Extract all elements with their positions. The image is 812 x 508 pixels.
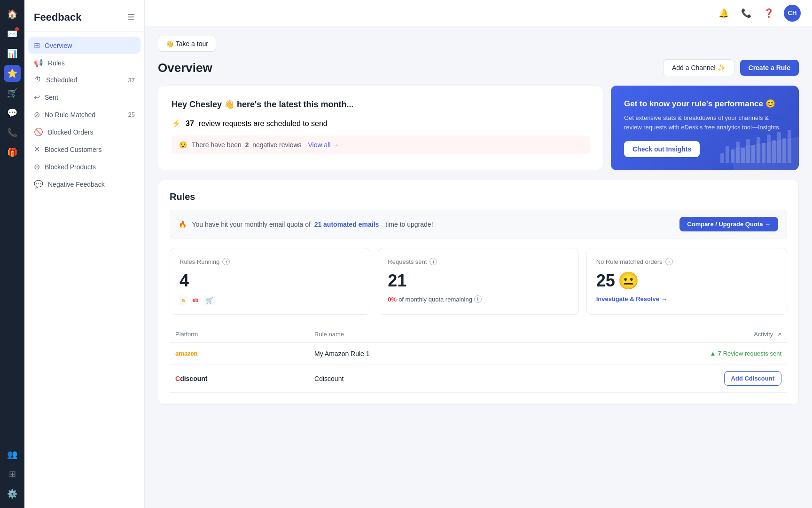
page-title: Overview <box>158 61 212 75</box>
sidebar-nav: ⊞ Overview 📢 Rules ⏱ Scheduled 37 ↩ Sent <box>24 32 144 198</box>
amazon-logo: amazon <box>175 349 197 357</box>
rail-settings-icon[interactable]: ⚙️ <box>4 485 21 502</box>
stat-card-no-rule-matched: No Rule matched orders i 25 😐 Investigat… <box>586 248 787 315</box>
rules-label: Rules <box>48 59 65 67</box>
blocked-products-label: Blocked Products <box>45 163 96 171</box>
add-channel-button[interactable]: Add a Channel ✨ <box>663 59 734 76</box>
amazon-activity: ▲ 7 Review requests sent <box>527 350 781 357</box>
negative-text: There have been 2 negative reviews <box>192 141 302 149</box>
blocked-orders-label: Blocked Orders <box>48 128 93 136</box>
phone-icon[interactable]: 📞 <box>739 6 754 21</box>
sidebar-item-blocked-orders[interactable]: 🚫 Blocked Orders <box>28 124 141 140</box>
scheduled-count: 37 <box>186 119 194 128</box>
rules-running-info-icon[interactable]: i <box>222 258 230 265</box>
scheduled-text: review requests are scheduled to send <box>199 119 328 128</box>
hey-section: Hey Chesley 👋 here's the latest this mon… <box>158 86 799 170</box>
sidebar-item-sent[interactable]: ↩ Sent <box>28 89 141 105</box>
quota-pct: 0% <box>388 296 397 303</box>
cdiscount-platform-cell: Cdiscount <box>170 365 309 393</box>
shopify-platform-icon: 🛒 <box>203 296 216 305</box>
sidebar-item-blocked-products[interactable]: ⊖ Blocked Products <box>28 159 141 175</box>
sidebar-item-no-rule-matched[interactable]: ⊘ No Rule Matched 25 <box>28 106 141 123</box>
quota-remaining-info-icon[interactable]: i <box>474 295 482 303</box>
header-actions: Add a Channel ✨ Create a Rule <box>663 59 799 76</box>
requests-sent-value: 21 <box>388 271 569 291</box>
up-arrow-icon: ▲ <box>710 350 716 357</box>
stat-card-rules-running: Rules Running i 4 a eb 🛒 <box>170 248 370 315</box>
rail-cart-icon[interactable]: 🛒 <box>4 85 21 102</box>
sidebar-title: Feedback <box>34 11 82 24</box>
scheduled-icon: ⏱ <box>34 76 41 84</box>
no-rule-matched-info-icon[interactable]: i <box>665 258 673 265</box>
table-row: amazon My Amazon Rule 1 ▲ 7 Review reque… <box>170 343 787 365</box>
sidebar-item-negative-feedback[interactable]: 💬 Negative Feedback <box>28 176 141 192</box>
mail-badge <box>15 27 19 31</box>
sidebar-header: Feedback ☰ <box>24 0 144 32</box>
add-cdiscount-button[interactable]: Add Cdiscount <box>724 371 781 386</box>
requests-sent-label: Requests sent <box>388 258 427 265</box>
rail-phone-icon[interactable]: 📞 <box>4 124 21 141</box>
table-row: Cdiscount Cdiscount Add Cdiscount <box>170 365 787 393</box>
cdiscount-logo: Cdiscount <box>175 375 207 382</box>
negative-emoji: 😟 <box>179 141 187 149</box>
rail-mail-icon[interactable]: ✉️ <box>4 25 21 42</box>
scheduled-info: ⚡ 37 review requests are scheduled to se… <box>172 119 590 128</box>
sidebar-item-blocked-customers[interactable]: ✕ Blocked Customers <box>28 141 141 158</box>
create-rule-button[interactable]: Create a Rule <box>740 60 799 76</box>
overview-label: Overview <box>45 42 72 49</box>
stats-grid: Rules Running i 4 a eb 🛒 Requests sent i <box>170 248 787 315</box>
quota-remaining: 0% of monthly quota remaining i <box>388 295 569 303</box>
quota-count: 21 automated emails <box>314 221 379 228</box>
no-rule-emoji: 😐 <box>618 271 639 291</box>
sidebar-item-rules[interactable]: 📢 Rules <box>28 55 141 71</box>
requests-sent-info-icon[interactable]: i <box>429 258 437 265</box>
bar-chart-decoration <box>720 130 791 163</box>
scheduled-count: 37 <box>128 77 135 84</box>
sidebar-menu-icon[interactable]: ☰ <box>127 12 135 23</box>
insights-title: Get to know your rule's performance 😊 <box>624 99 786 109</box>
sidebar-item-scheduled[interactable]: ⏱ Scheduled 37 <box>28 72 141 88</box>
activity-column-header: Activity ↗ <box>522 326 787 343</box>
rail-users-icon[interactable]: 👥 <box>4 446 21 463</box>
check-out-insights-button[interactable]: Check out Insights <box>624 141 700 157</box>
sent-label: Sent <box>45 94 58 101</box>
no-rule-matched-value: 25 😐 <box>596 271 777 291</box>
no-rule-count: 25 <box>128 111 135 118</box>
rules-running-label: Rules Running <box>180 258 219 265</box>
rail-star-icon[interactable]: ⭐ <box>4 65 21 82</box>
rail-chart-icon[interactable]: 📊 <box>4 45 21 62</box>
rules-section-title: Rules <box>170 191 787 202</box>
rail-grid-icon[interactable]: ⊞ <box>4 466 21 483</box>
stat-card-requests-sent: Requests sent i 21 0% of monthly quota r… <box>378 248 578 315</box>
rail-chat-icon[interactable]: 💬 <box>4 104 21 121</box>
help-icon[interactable]: ❓ <box>761 6 776 21</box>
rail-gift-icon[interactable]: 🎁 <box>4 144 21 161</box>
take-a-tour-button[interactable]: 👋 Take a tour <box>158 36 216 52</box>
notification-bell-icon[interactable]: 🔔 <box>716 6 731 21</box>
blocked-customers-icon: ✕ <box>34 145 40 154</box>
quota-banner: 🔥 You have hit your monthly email quota … <box>170 210 787 238</box>
upgrade-quota-button[interactable]: Compare / Upgrade Quota → <box>679 217 778 231</box>
rules-table: Platform Rule name Activity ↗ amazon <box>170 326 787 393</box>
quota-fire-emoji: 🔥 <box>179 221 187 228</box>
avatar[interactable]: CH <box>784 5 801 22</box>
blocked-products-icon: ⊖ <box>34 162 40 171</box>
hey-card: Hey Chesley 👋 here's the latest this mon… <box>158 86 603 170</box>
topbar: 🔔 📞 ❓ CH <box>145 0 812 26</box>
amazon-activity-cell: ▲ 7 Review requests sent <box>522 343 787 365</box>
sidebar-item-overview[interactable]: ⊞ Overview <box>28 37 141 54</box>
no-rule-label: No Rule Matched <box>45 111 95 119</box>
page-header: Overview Add a Channel ✨ Create a Rule <box>158 59 799 76</box>
ebay-platform-icon: eb <box>190 296 201 304</box>
main-area: 🔔 📞 ❓ CH 👋 Take a tour Overview Add a Ch… <box>145 0 812 508</box>
no-rule-matched-label: No Rule matched orders <box>596 258 663 265</box>
insights-description: Get extensive stats & breakdowns of your… <box>624 113 786 132</box>
platform-icons: a eb 🛒 <box>180 295 360 305</box>
blocked-customers-label: Blocked Customers <box>45 146 102 153</box>
rail-home-icon[interactable]: 🏠 <box>4 6 21 23</box>
cdiscount-rule-name-cell: Cdiscount <box>309 365 522 393</box>
investigate-resolve-link[interactable]: Investigate & Resolve → <box>596 295 777 302</box>
rules-icon: 📢 <box>34 58 43 67</box>
no-rule-icon: ⊘ <box>34 110 40 119</box>
view-all-link[interactable]: View all → <box>308 141 339 149</box>
